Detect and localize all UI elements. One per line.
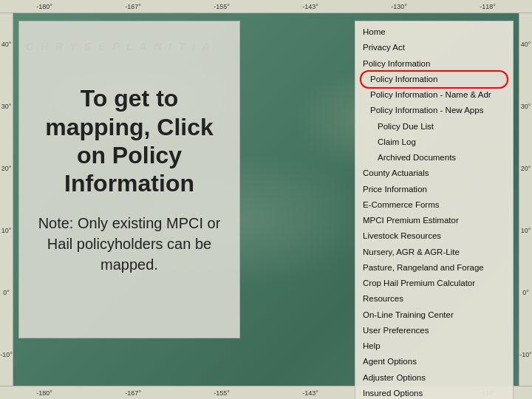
ruler-right: 40° 30° 20° 10° 0° -10° <box>519 13 532 386</box>
ruler-bottom-label: -155° <box>214 389 230 397</box>
nav-item-user-preferences[interactable]: User Preferences <box>355 323 513 338</box>
nav-item-agent-options[interactable]: Agent Options <box>355 354 513 369</box>
nav-item-claim-log[interactable]: Claim Log <box>355 134 513 150</box>
nav-item-pasture-rangeland[interactable]: Pasture, Rangeland and Forage <box>355 260 513 276</box>
nav-item-crop-hail-premium[interactable]: Crop Hail Premium Calculator <box>355 276 513 291</box>
nav-item-policy-information-header[interactable]: Policy Information <box>355 56 513 72</box>
ruler-top-label: -167° <box>125 3 141 10</box>
ruler-right-label: 0° <box>522 289 529 296</box>
nav-item-e-commerce-forms[interactable]: E-Commerce Forms <box>355 197 513 213</box>
ruler-left-label: 30° <box>1 103 12 110</box>
ruler-right-label: 10° <box>521 227 531 234</box>
nav-item-help[interactable]: Help <box>355 338 513 354</box>
ruler-left-label: 40° <box>1 41 12 48</box>
ruler-left-label: -10° <box>0 351 13 358</box>
ruler-right-label: 20° <box>521 165 531 172</box>
ruler-left: 40° 30° 20° 10° 0° -10° <box>0 13 13 386</box>
ruler-top: -180° -167° -155° -143° -130° -118° <box>0 0 532 13</box>
nav-item-policy-information-new[interactable]: Policy Information - New Apps <box>355 103 513 118</box>
ruler-left-label: 10° <box>1 227 12 234</box>
ruler-left-label: 0° <box>3 289 10 296</box>
ruler-bottom-label: -167° <box>125 389 141 397</box>
info-title: To get to mapping, Click on Policy Infor… <box>34 84 225 198</box>
nav-item-livestock-resources[interactable]: Livestock Resources <box>355 228 513 244</box>
nav-item-county-actuarials[interactable]: County Actuarials <box>355 166 513 181</box>
ruler-top-label: -118° <box>480 3 496 10</box>
ruler-right-label: 30° <box>521 103 531 110</box>
nav-item-adjuster-options[interactable]: Adjuster Options <box>355 370 513 386</box>
nav-item-resources[interactable]: Resources <box>355 291 513 307</box>
nav-item-archived-documents[interactable]: Archived Documents <box>355 150 513 166</box>
nav-item-home[interactable]: Home <box>355 24 513 40</box>
nav-item-mpci-premium-estimator[interactable]: MPCI Premium Estimator <box>355 213 513 228</box>
info-box: To get to mapping, Click on Policy Infor… <box>18 21 240 338</box>
ruler-top-label: -130° <box>391 3 407 10</box>
ruler-right-label: 40° <box>521 41 531 48</box>
ruler-right-label: -10° <box>519 351 532 358</box>
nav-item-policy-information[interactable]: Policy Information <box>355 72 513 87</box>
nav-item-policy-due-list[interactable]: Policy Due List <box>355 119 513 134</box>
ruler-top-label: -155° <box>214 3 230 10</box>
ruler-left-label: 20° <box>1 165 12 172</box>
navigation-menu: HomePrivacy ActPolicy InformationPolicy … <box>355 21 514 399</box>
nav-item-nursery-agr[interactable]: Nursery, AGR & AGR-Lite <box>355 245 513 260</box>
ruler-bottom-label: -180° <box>36 389 52 397</box>
nav-item-privacy-act[interactable]: Privacy Act <box>355 40 513 55</box>
nav-item-price-information[interactable]: Price Information <box>355 182 513 197</box>
ruler-bottom-label: -143° <box>302 389 318 397</box>
ruler-top-label: -143° <box>302 3 318 10</box>
nav-item-online-training[interactable]: On-Line Training Center <box>355 307 513 323</box>
nav-item-policy-information-name[interactable]: Policy Information - Name & Adr <box>355 87 513 103</box>
info-note: Note: Only existing MPCI or Hail policyh… <box>34 213 225 275</box>
nav-item-insured-options[interactable]: Insured Options <box>355 386 513 399</box>
ruler-top-label: -180° <box>36 3 52 10</box>
